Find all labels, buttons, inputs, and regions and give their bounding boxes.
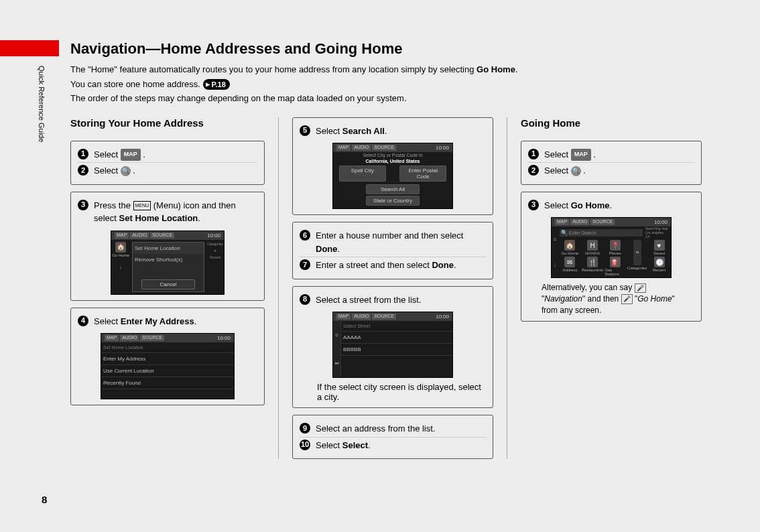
gh-step3a: Select [544,200,571,210]
ss-cat: Categories [206,242,224,246]
intro-line3: The order of the steps may change depend… [70,92,720,105]
step6c: . [338,244,340,254]
step3d: . [198,213,200,223]
step-num-4: 4 [78,316,88,326]
ss-opt-remove: Remove Shortcut(s) [133,254,204,265]
tab-map: MAP [115,232,129,239]
step3c: Set Home Location [119,213,198,223]
alt-nav: Navigation [544,294,582,304]
clock4: 10:00 [436,314,449,320]
search-icon-2: 🔍 [571,166,581,176]
ss5-i3: Places [609,251,621,255]
screenshot-set-home: MAPAUDIOSOURCE10:00 🏠Go Home ↓ Set Home … [111,230,225,295]
intro-gohome: Go Home [477,64,515,74]
clock3: 10:00 [436,145,449,151]
card-steps-1-2: 1 Select MAP . 2 Select 🔍 . [70,141,265,185]
tab-map5: MAP [555,219,569,225]
menu-icon: MENU [133,201,151,210]
voice-icon-1: 🎤 [635,283,646,293]
screenshot-enter-address: MAPAUDIOSOURCE10:00 Set Home Location En… [101,333,235,399]
ss4-r1: AAAAA [341,332,452,344]
clock5: 10:00 [654,219,668,225]
storing-heading: Storing Your Home Address [70,117,265,129]
red-side-tab [0,40,59,56]
ss5-i1: Go Home [562,251,579,255]
step8-note: If the select city screen is displayed, … [300,378,486,402]
tab-map3: MAP [336,145,351,151]
alt1: Alternatively, you can say [542,283,635,292]
gh-step3b: Go Home [571,200,610,210]
alt3: " and then [582,294,621,304]
ss-gohome-icon: Go Home [112,253,129,257]
tab-map2: MAP [105,335,119,341]
ss5-i4: Categories [627,266,647,270]
step9: Select an address from the list. [316,422,486,436]
ss3-b2: Enter Postal Code [399,165,446,182]
step-num-9: 9 [300,423,310,434]
step5a: Select [316,126,342,136]
gh-step-num-1: 1 [528,149,539,159]
step-num-3: 3 [78,200,88,210]
step4c: . [194,316,197,326]
map-button-icon-2: MAP [571,149,591,161]
tab-source4: SOURCE [372,314,396,320]
step2-text: Select [94,165,121,176]
ss2-header: Set Home Location [101,342,234,353]
step6b: Done [316,244,338,254]
card-steps-6-7: 6 Enter a house number and then select D… [292,222,493,279]
tab-source2: SOURCE [140,335,164,341]
tab-audio4: AUDIO [352,314,371,320]
card-step-3: 3 Press the MENU (Menu) icon and then se… [70,192,265,301]
page-ref-pill: P.18 [203,79,230,90]
divider-1 [278,117,279,460]
ss5-i9: Recent [653,268,666,272]
intro-block: The "Home" feature automatically routes … [70,63,720,105]
screenshot-gohome: MAPAUDIOSOURCE10:00 ≡↓ Enter Search Sear… [551,217,672,278]
going-home-heading: Going Home [521,117,702,129]
clock: 10:00 [207,232,220,239]
tab-source3: SOURCE [372,145,396,151]
ss2-r1: Enter My Address [101,353,234,365]
ss4-header: Select Street [341,321,452,332]
divider-2 [507,117,507,460]
alternative-text: Alternatively, you can say 🎤 "Navigation… [528,278,694,316]
intro-line1a: The "Home" feature automatically routes … [70,64,477,74]
voice-icon-2: 🎤 [621,294,633,304]
gh-step1: Select [544,149,571,159]
ss-cancel-btn: Cancel [141,279,195,289]
ss5-i8: Gas Stations [605,268,625,276]
ss3-b4: State or Country [366,196,420,206]
gh-step2: Select [544,165,571,176]
gh-step-num-3: 3 [528,200,539,210]
ss2-r2: Use Current Location [101,365,234,377]
step-num-8: 8 [300,294,310,305]
step-num-7: 7 [300,259,310,270]
card-gh-step-3: 3 Select Go Home. MAPAUDIOSOURCE10:00 ≡↓… [521,192,702,322]
step3a: Press the [94,200,133,210]
gh-step-num-2: 2 [528,165,539,176]
tab-map4: MAP [336,314,351,320]
step8: Select a street from the list. [316,293,486,307]
step7c: . [454,260,456,270]
ss3-b3: Search All [366,184,420,194]
step-num-10: 10 [300,440,310,450]
screenshot-search-all: MAPAUDIOSOURCE10:00 Select City or Posta… [332,143,453,209]
ss-opt-sethome: Set Home Location [133,243,204,254]
ss5-i5: Saved [653,251,665,255]
card-step-5: 5 Select Search All. MAPAUDIOSOURCE10:00… [292,117,493,216]
ss4-r2: BBBBB [341,344,452,356]
ss5-i2: HONDA [585,251,600,255]
map-button-icon: MAP [121,149,141,161]
ss3-label: Select City or Postal Code in [333,152,452,158]
step-num-5: 5 [300,125,310,136]
step7b: Done [432,260,454,270]
card-step-4: 4 Select Enter My Address. MAPAUDIOSOURC… [70,308,265,406]
step7a: Enter a street and then select [316,260,432,270]
clock2: 10:00 [217,335,231,341]
step5c: . [385,126,387,136]
search-icon: 🔍 [121,166,131,176]
ss5-i7: Restaurants [582,268,603,272]
tab-source5: SOURCE [590,219,615,225]
step10a: Select [316,440,342,450]
ss5-search: Enter Search [560,229,643,237]
